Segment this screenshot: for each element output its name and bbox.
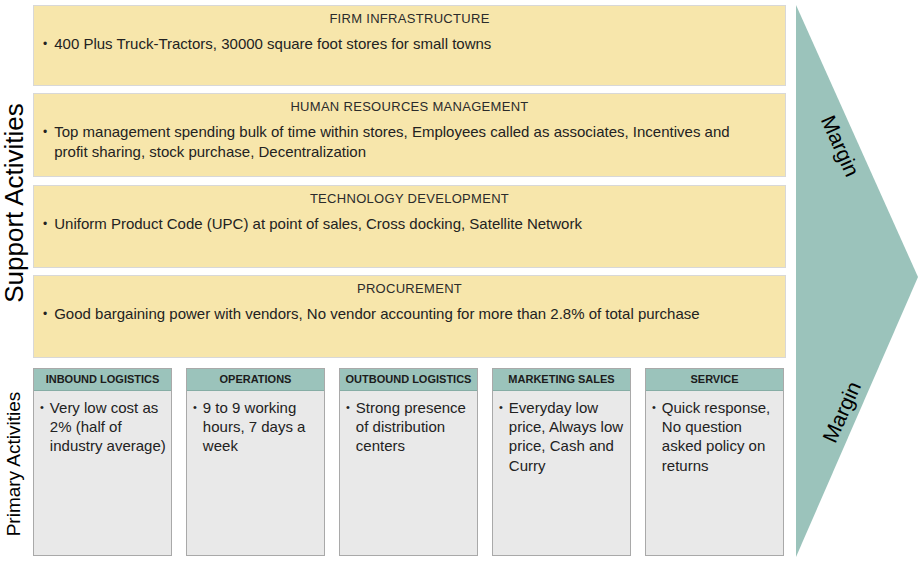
bullet-icon: • bbox=[193, 398, 197, 417]
column-bullet-text: Quick response, No question asked policy… bbox=[662, 398, 779, 475]
bullet-row: • Everyday low price, Always low price, … bbox=[493, 398, 630, 475]
column-outbound-logistics: OUTBOUND LOGISTICS • Strong presence of … bbox=[339, 368, 478, 556]
column-header: INBOUND LOGISTICS bbox=[34, 369, 171, 391]
bullet-icon: • bbox=[499, 398, 503, 417]
band-bullet-text: Uniform Product Code (UPC) at point of s… bbox=[54, 214, 582, 234]
band-bullet-text: Good bargaining power with vendors, No v… bbox=[54, 304, 699, 324]
bullet-row: • Top management spending bulk of time w… bbox=[34, 122, 785, 163]
band-title: PROCUREMENT bbox=[34, 281, 785, 296]
bullet-icon: • bbox=[652, 398, 656, 417]
bullet-row: • Quick response, No question asked poli… bbox=[646, 398, 783, 475]
margin-arrow-icon bbox=[790, 0, 920, 561]
band-technology-development: TECHNOLOGY DEVELOPMENT • Uniform Product… bbox=[33, 185, 786, 268]
column-bullet-text: Very low cost as 2% (half of industry av… bbox=[50, 398, 167, 456]
bullet-icon: • bbox=[43, 304, 47, 324]
column-inbound-logistics: INBOUND LOGISTICS • Very low cost as 2% … bbox=[33, 368, 172, 556]
bullet-row: • Very low cost as 2% (half of industry … bbox=[34, 398, 171, 456]
band-firm-infrastructure: FIRM INFRASTRUCTURE • 400 Plus Truck-Tra… bbox=[33, 5, 786, 86]
band-title: FIRM INFRASTRUCTURE bbox=[34, 11, 785, 26]
column-bullet-text: Strong presence of distribution centers bbox=[356, 398, 473, 456]
bullet-row: • 400 Plus Truck-Tractors, 30000 square … bbox=[34, 34, 785, 54]
band-human-resources-management: HUMAN RESOURCES MANAGEMENT • Top managem… bbox=[33, 93, 786, 177]
band-bullet-text: Top management spending bulk of time wit… bbox=[54, 122, 757, 163]
bullet-row: • 9 to 9 working hours, 7 days a week bbox=[187, 398, 324, 456]
column-bullet-text: 9 to 9 working hours, 7 days a week bbox=[203, 398, 320, 456]
bullet-icon: • bbox=[43, 214, 47, 234]
bullet-icon: • bbox=[43, 34, 47, 54]
band-title: HUMAN RESOURCES MANAGEMENT bbox=[34, 99, 785, 114]
band-procurement: PROCUREMENT • Good bargaining power with… bbox=[33, 275, 786, 358]
column-service: SERVICE • Quick response, No question as… bbox=[645, 368, 784, 556]
support-activities-axis-label: Support Activities bbox=[0, 103, 30, 302]
column-header: OPERATIONS bbox=[187, 369, 324, 391]
bullet-icon: • bbox=[43, 122, 47, 142]
column-marketing-sales: MARKETING SALES • Everyday low price, Al… bbox=[492, 368, 631, 556]
bullet-row: • Good bargaining power with vendors, No… bbox=[34, 304, 785, 324]
value-chain-diagram: Support Activities Primary Activities FI… bbox=[0, 0, 920, 561]
column-header: MARKETING SALES bbox=[493, 369, 630, 391]
bullet-icon: • bbox=[346, 398, 350, 417]
band-bullet-text: 400 Plus Truck-Tractors, 30000 square fo… bbox=[54, 34, 491, 54]
column-header: OUTBOUND LOGISTICS bbox=[340, 369, 477, 391]
band-title: TECHNOLOGY DEVELOPMENT bbox=[34, 191, 785, 206]
bullet-row: • Strong presence of distribution center… bbox=[340, 398, 477, 456]
primary-activities-axis-label: Primary Activities bbox=[3, 392, 25, 537]
column-bullet-text: Everyday low price, Always low price, Ca… bbox=[509, 398, 626, 475]
column-operations: OPERATIONS • 9 to 9 working hours, 7 day… bbox=[186, 368, 325, 556]
column-header: SERVICE bbox=[646, 369, 783, 391]
bullet-row: • Uniform Product Code (UPC) at point of… bbox=[34, 214, 785, 234]
bullet-icon: • bbox=[40, 398, 44, 417]
